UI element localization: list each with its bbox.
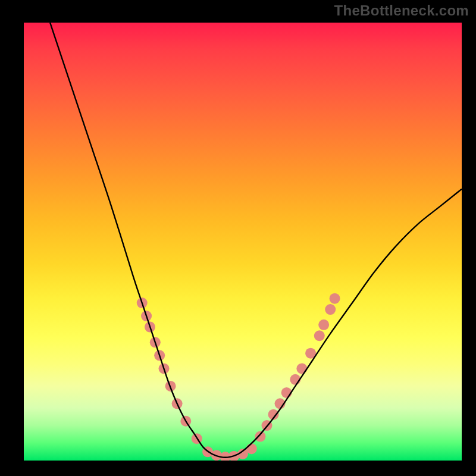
scatter-dot — [330, 293, 340, 304]
scatter-dot — [255, 431, 265, 442]
scatter-dot — [314, 330, 325, 341]
chart-frame: TheBottleneck.com — [0, 0, 476, 476]
plot-area — [24, 23, 462, 461]
scatter-dot — [246, 443, 257, 454]
watermark-text: TheBottleneck.com — [334, 2, 469, 19]
scatter-dot — [325, 304, 336, 315]
chart-svg — [24, 23, 462, 461]
plot-border — [21, 20, 464, 463]
scatter-dot — [296, 363, 307, 374]
scatter-dot — [318, 320, 329, 330]
bottleneck-curve — [50, 23, 462, 458]
